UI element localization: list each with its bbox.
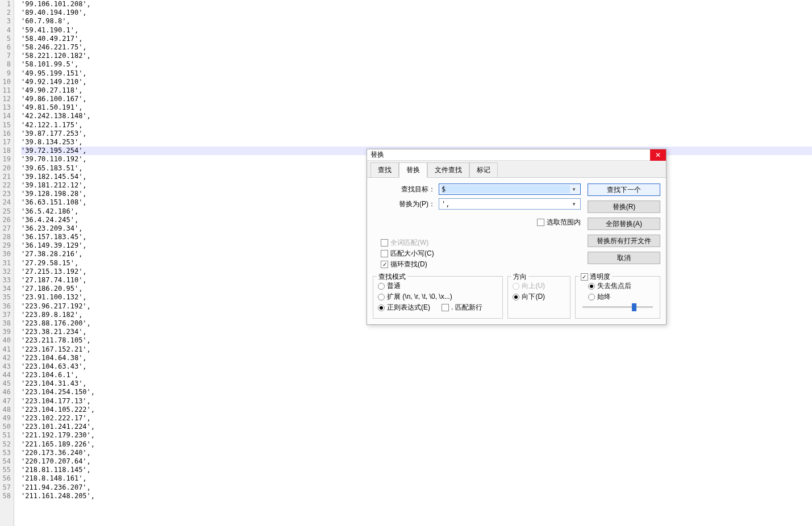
line-number: 39 — [0, 328, 11, 336]
line-number: 47 — [0, 397, 11, 406]
code-line[interactable]: '218.8.148.161', — [21, 474, 812, 483]
code-line[interactable]: '223.104.31.43', — [21, 379, 812, 388]
line-number: 10 — [0, 78, 11, 86]
dialog-tab[interactable]: 查找 — [370, 162, 399, 178]
transparency-slider[interactable] — [582, 306, 653, 308]
code-line[interactable]: '223.211.78.105', — [21, 336, 812, 345]
code-line[interactable]: '59.41.190.1', — [21, 26, 812, 35]
wrap-around-checkbox[interactable] — [381, 261, 388, 268]
direction-up-radio — [513, 283, 519, 290]
code-line[interactable]: '42.122.1.175', — [21, 121, 812, 130]
line-number: 7 — [0, 52, 11, 60]
direction-group: 方向 向上(U) 向下(D) — [507, 276, 570, 319]
code-line[interactable]: '211.161.248.205', — [21, 492, 812, 500]
code-line[interactable]: '223.104.177.13', — [21, 397, 812, 406]
code-line[interactable]: '49.81.50.191', — [21, 103, 812, 112]
chevron-down-icon[interactable]: ▾ — [570, 185, 578, 193]
code-line[interactable]: '218.81.118.145', — [21, 466, 812, 474]
line-number: 57 — [0, 483, 11, 492]
whole-word-checkbox[interactable] — [381, 239, 388, 247]
line-number: 27 — [0, 224, 11, 233]
whole-word-label: 全词匹配(W) — [390, 238, 428, 248]
code-line[interactable]: '39.8.134.253', — [21, 138, 812, 147]
find-value: $ — [442, 185, 570, 193]
line-number: 37 — [0, 311, 11, 319]
mode-extended-radio[interactable] — [378, 294, 385, 300]
match-case-checkbox[interactable] — [381, 250, 388, 257]
line-number: 1 — [0, 0, 11, 9]
code-line[interactable]: '39.87.177.253', — [21, 130, 812, 138]
code-line[interactable]: '99.106.101.208', — [21, 0, 812, 9]
code-line[interactable]: '58.40.49.217', — [21, 35, 812, 43]
dot-newline-checkbox[interactable] — [442, 304, 449, 311]
code-line[interactable]: '223.167.152.21', — [21, 345, 812, 354]
replace-button[interactable]: 替换(R) — [588, 201, 660, 213]
code-line[interactable]: '223.102.222.17', — [21, 414, 812, 423]
code-line[interactable]: '49.86.100.167', — [21, 95, 812, 103]
trans-lose-focus-radio[interactable] — [588, 283, 595, 290]
code-line[interactable]: '49.92.149.210', — [21, 78, 812, 86]
code-line[interactable]: '58.101.99.5', — [21, 60, 812, 69]
line-number: 22 — [0, 181, 11, 190]
line-number: 44 — [0, 371, 11, 379]
code-line[interactable]: '223.101.241.224', — [21, 423, 812, 431]
line-number: 19 — [0, 155, 11, 164]
line-number: 42 — [0, 354, 11, 362]
replace-in-open-button[interactable]: 替换所有打开文件 — [588, 235, 660, 247]
dialog-titlebar[interactable]: 替换 ✕ — [367, 149, 666, 161]
code-line[interactable]: '49.95.199.151', — [21, 69, 812, 78]
replace-input[interactable]: ', ▾ — [439, 198, 581, 210]
line-number: 2 — [0, 9, 11, 17]
replace-label: 替换为(P)： — [373, 199, 439, 209]
line-number: 26 — [0, 216, 11, 224]
code-line[interactable]: '223.104.254.150', — [21, 388, 812, 396]
code-line[interactable]: '89.40.194.190', — [21, 9, 812, 17]
chevron-down-icon[interactable]: ▾ — [570, 200, 578, 208]
line-number: 48 — [0, 406, 11, 414]
line-number: 18 — [0, 147, 11, 155]
line-number: 32 — [0, 268, 11, 276]
line-number: 12 — [0, 95, 11, 103]
code-line[interactable]: '223.38.21.234', — [21, 328, 812, 336]
in-selection-label: 选取范围内 — [547, 218, 581, 227]
close-icon[interactable]: ✕ — [650, 149, 666, 161]
line-number-gutter: 1234567891011121314151617181920212223242… — [0, 0, 14, 526]
mode-normal-radio[interactable] — [378, 283, 385, 290]
dialog-tab[interactable]: 替换 — [399, 162, 427, 178]
code-line[interactable]: '223.104.6.1', — [21, 371, 812, 379]
code-line[interactable]: '58.221.120.182', — [21, 52, 812, 60]
trans-lose-focus-label: 失去焦点后 — [597, 281, 631, 291]
mode-regex-radio[interactable] — [378, 304, 385, 311]
code-line[interactable]: '221.165.189.226', — [21, 440, 812, 449]
in-selection-checkbox[interactable] — [537, 219, 544, 226]
code-line[interactable]: '42.242.138.148', — [21, 112, 812, 120]
code-line[interactable]: '221.192.179.230', — [21, 431, 812, 440]
trans-always-radio[interactable] — [588, 294, 595, 300]
find-next-button[interactable]: 查找下一个 — [588, 183, 660, 196]
code-line[interactable]: '211.94.236.207', — [21, 483, 812, 492]
code-line[interactable]: '58.246.221.75', — [21, 43, 812, 52]
cancel-button[interactable]: 取消 — [588, 252, 660, 264]
find-input[interactable]: $ ▾ — [439, 183, 581, 195]
code-line[interactable]: '220.170.207.64', — [21, 457, 812, 466]
transparency-checkbox[interactable] — [581, 273, 588, 281]
dialog-body: 查找目标： $ ▾ 替换为(P)： ', ▾ 选取范围内 查找下一个 替换(R)… — [367, 177, 666, 324]
dialog-tab[interactable]: 标记 — [469, 162, 498, 178]
dialog-tab[interactable]: 文件查找 — [427, 162, 469, 178]
code-line[interactable]: '220.173.36.240', — [21, 449, 812, 457]
line-number: 33 — [0, 276, 11, 285]
line-number: 52 — [0, 440, 11, 449]
line-number: 43 — [0, 362, 11, 371]
code-line[interactable]: '223.104.63.43', — [21, 362, 812, 371]
slider-thumb[interactable] — [632, 303, 636, 311]
line-number: 28 — [0, 233, 11, 241]
line-number: 3 — [0, 17, 11, 26]
code-line[interactable]: '223.104.105.222', — [21, 406, 812, 414]
direction-down-radio[interactable] — [513, 294, 519, 300]
code-line[interactable]: '60.7.98.8', — [21, 17, 812, 26]
code-line[interactable]: '223.104.64.38', — [21, 354, 812, 362]
code-line[interactable]: '49.90.27.118', — [21, 86, 812, 95]
line-number: 5 — [0, 35, 11, 43]
line-number: 41 — [0, 345, 11, 354]
replace-all-button[interactable]: 全部替换(A) — [588, 218, 660, 230]
